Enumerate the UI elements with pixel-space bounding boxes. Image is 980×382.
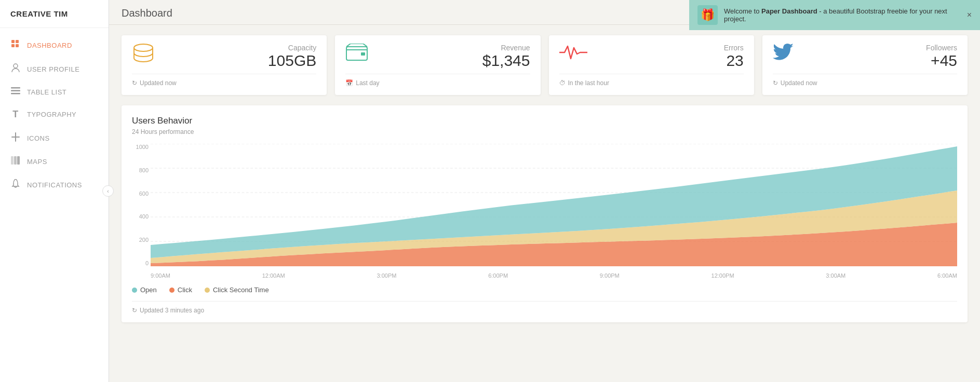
chart-area: 1000 800 600 400 200 0 (132, 144, 957, 279)
icons-icon (10, 132, 21, 144)
svg-rect-9 (11, 137, 20, 138)
svg-point-13 (134, 44, 153, 51)
chart-subtitle: 24 Hours performance (132, 128, 957, 135)
table-icon (10, 87, 21, 97)
notification-bold: Paper Dashboard (761, 7, 817, 15)
chart-svg (151, 144, 957, 266)
svg-rect-0 (11, 40, 15, 43)
stat-footer-errors: ⏱ In the last hour (559, 74, 744, 87)
sidebar-logo: CREATIVE TIM (0, 0, 109, 28)
stat-footer-followers: ↻ Updated now (773, 74, 957, 87)
svg-rect-2 (11, 44, 15, 47)
stat-label-revenue: Revenue (482, 44, 530, 52)
database-icon (132, 44, 155, 66)
pulse-icon (559, 44, 587, 65)
svg-rect-11 (14, 156, 17, 165)
svg-rect-3 (16, 44, 19, 47)
legend-label-click: Click (178, 286, 192, 294)
sidebar-item-label: USER PROFILE (27, 65, 79, 73)
svg-rect-6 (11, 90, 20, 92)
sidebar-nav: DASHBOARD USER PROFILE TABLE LIST (0, 28, 109, 382)
stat-footer-revenue: 📅 Last day (345, 74, 530, 87)
sidebar-item-table-list[interactable]: TABLE LIST (0, 81, 109, 103)
sidebar-item-label: TABLE LIST (27, 88, 66, 96)
legend-label-open: Open (140, 286, 157, 294)
sidebar-item-label: DASHBOARD (27, 42, 72, 49)
svg-rect-7 (11, 93, 20, 94)
stat-card-followers: Followers +45 ↻ Updated now (762, 35, 968, 95)
stat-value-revenue: $1,345 (482, 52, 530, 70)
legend-click: Click (169, 286, 192, 294)
calendar-icon: 📅 (345, 79, 353, 87)
stat-label-followers: Followers (926, 44, 957, 52)
user-icon (10, 63, 21, 75)
stat-footer-capacity: ↻ Updated now (132, 74, 316, 87)
stat-card-errors: Errors 23 ⏱ In the last hour (549, 35, 754, 95)
legend-label-click-second: Click Second Time (213, 286, 269, 294)
chart-svg-wrap (151, 144, 957, 266)
legend-open: Open (132, 286, 157, 294)
refresh-icon-chart: ↻ (132, 307, 137, 314)
typography-icon: T (10, 109, 21, 120)
chart-footer-text: Updated 3 minutes ago (140, 307, 204, 314)
maps-icon (10, 156, 21, 167)
sidebar-item-label: ICONS (27, 134, 50, 142)
page-title: Dashboard (122, 7, 172, 19)
header: Dashboard 🎁 Welcome to Paper Dashboard -… (109, 0, 980, 25)
gift-icon: 🎁 (697, 5, 718, 25)
notification-text: Welcome to Paper Dashboard - a beautiful… (724, 7, 961, 23)
wallet-icon (345, 44, 368, 65)
sidebar-item-notifications[interactable]: NOTIFICATIONS (0, 173, 109, 197)
dashboard-icon (10, 39, 21, 51)
legend-dot-click (169, 288, 174, 293)
sidebar-item-icons[interactable]: ICONS (0, 126, 109, 150)
sidebar-item-user-profile[interactable]: USER PROFILE (0, 57, 109, 81)
clock-icon: ⏱ (559, 79, 566, 87)
sidebar: CREATIVE TIM DASHBOARD USER PROFILE (0, 0, 109, 382)
stat-label-capacity: Capacity (268, 44, 316, 52)
refresh-icon-2: ↻ (773, 79, 778, 87)
twitter-icon (773, 44, 794, 65)
legend-dot-click-second (205, 288, 210, 293)
sidebar-item-label: NOTIFICATIONS (27, 181, 82, 189)
main-content: Dashboard 🎁 Welcome to Paper Dashboard -… (109, 0, 980, 382)
stat-card-revenue: Revenue $1,345 📅 Last day (335, 35, 540, 95)
svg-rect-1 (16, 40, 19, 43)
stat-label-errors: Errors (724, 44, 744, 52)
svg-point-4 (14, 64, 18, 68)
stat-card-capacity: Capacity 105GB ↻ Updated now (122, 35, 327, 95)
stat-value-followers: +45 (926, 52, 957, 70)
stat-value-capacity: 105GB (268, 52, 316, 70)
legend-dot-open (132, 288, 137, 293)
stats-row: Capacity 105GB ↻ Updated now (122, 35, 968, 95)
content-area: Capacity 105GB ↻ Updated now (109, 25, 980, 382)
svg-rect-5 (11, 87, 20, 89)
sidebar-item-dashboard[interactable]: DASHBOARD (0, 33, 109, 57)
chart-card: Users Behavior 24 Hours performance 1000… (122, 105, 968, 322)
x-axis: 9:00AM 12:00AM 3:00PM 6:00PM 9:00PM 12:0… (151, 272, 957, 279)
legend-click-second: Click Second Time (205, 286, 269, 294)
sidebar-item-label: TYPOGRAPHY (27, 111, 76, 118)
sidebar-item-typography[interactable]: T TYPOGRAPHY (0, 103, 109, 126)
stat-value-errors: 23 (724, 52, 744, 70)
svg-rect-10 (11, 156, 14, 165)
chart-footer: ↻ Updated 3 minutes ago (132, 301, 957, 314)
svg-rect-12 (17, 156, 20, 165)
bell-icon (10, 179, 21, 190)
refresh-icon: ↻ (132, 79, 137, 87)
close-button[interactable]: × (967, 10, 972, 20)
sidebar-item-label: MAPS (27, 158, 47, 166)
sidebar-item-maps[interactable]: MAPS (0, 150, 109, 173)
notification-banner: 🎁 Welcome to Paper Dashboard - a beautif… (689, 0, 980, 30)
sidebar-collapse-button[interactable]: ‹ (102, 185, 114, 197)
y-axis: 1000 800 600 400 200 0 (132, 144, 151, 266)
chart-legend: Open Click Click Second Time (132, 286, 957, 294)
svg-rect-15 (361, 52, 365, 56)
chart-title: Users Behavior (132, 116, 957, 126)
